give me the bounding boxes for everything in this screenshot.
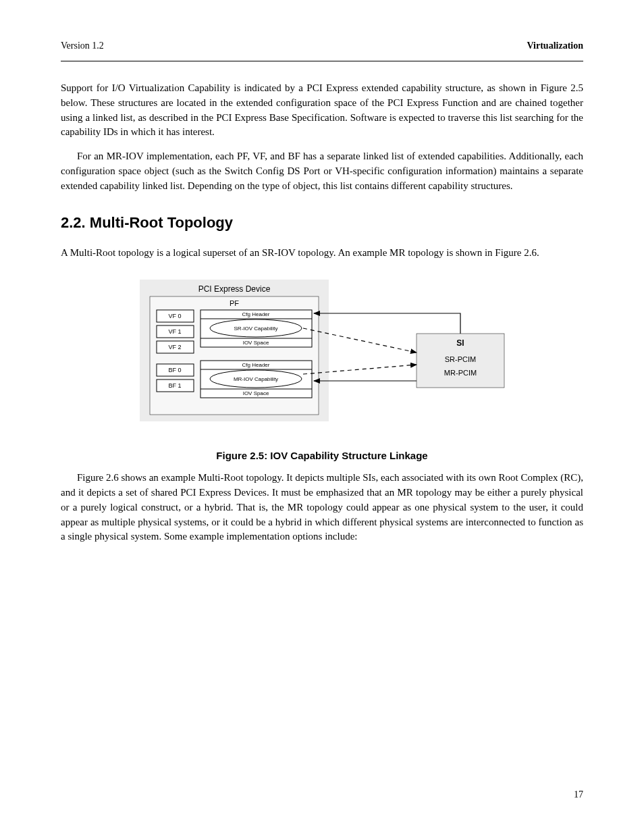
header-rule (61, 61, 583, 61)
section-number: 2.2. (61, 214, 86, 231)
vf0-label: VF 0 (168, 313, 181, 319)
cfg-header-2: Cfg Header (242, 362, 270, 368)
page-number: 17 (574, 789, 583, 800)
mriov-label: MR-IOV Capability (234, 376, 278, 382)
section-heading: 2.2. Multi-Root Topology (61, 212, 583, 234)
vf-bf-column: VF 0 VF 1 VF 2 BF 0 BF 1 (157, 310, 194, 392)
paragraph: Support for I/O Virtualization Capabilit… (61, 81, 583, 140)
sr-pcim-label: SR-PCIM (445, 355, 476, 363)
vf1-label: VF 1 (168, 328, 181, 335)
page-header: Version 1.2 Virtualization (61, 41, 583, 51)
pcie-device-title: PCI Express Device (198, 284, 271, 294)
header-title: Virtualization (527, 41, 583, 51)
header-version: Version 1.2 (61, 41, 104, 51)
iov-space-2: IOV Space (243, 390, 269, 396)
cfg-header-1: Cfg Header (242, 311, 270, 317)
body-column: Support for I/O Virtualization Capabilit… (61, 81, 583, 554)
paragraph: For an MR-IOV implementation, each PF, V… (61, 149, 583, 193)
sriov-label: SR-IOV Capability (234, 325, 278, 332)
si-title: SI (456, 338, 464, 348)
figure: PCI Express Device PF VF 0 VF 1 VF 2 BF … (61, 273, 583, 463)
vf2-label: VF 2 (168, 344, 181, 350)
figure-caption: Figure 2.5: IOV Capability Structure Lin… (61, 448, 583, 463)
paragraph: Figure 2.6 shows an example Multi-Root t… (61, 471, 583, 544)
iov-space-1: IOV Space (243, 340, 269, 346)
paragraph: A Multi-Root topology is a logical super… (61, 246, 583, 261)
mr-pcim-label: MR-PCIM (444, 369, 477, 377)
section-title: Multi-Root Topology (90, 214, 233, 231)
bf1-label: BF 1 (168, 382, 181, 389)
arrow-solid-top (314, 313, 460, 334)
pf-title: PF (230, 299, 239, 307)
bf0-label: BF 0 (168, 367, 181, 373)
figure-svg: PCI Express Device PF VF 0 VF 1 VF 2 BF … (126, 273, 518, 432)
